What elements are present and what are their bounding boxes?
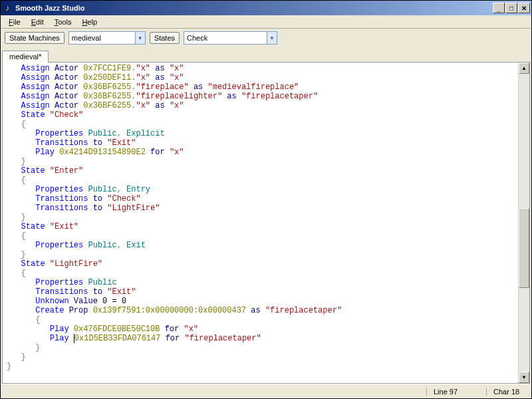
- minimize-button[interactable]: _: [493, 3, 505, 13]
- status-char: Char 18: [486, 388, 526, 396]
- tab-strip: medieval*: [1, 47, 531, 62]
- title-bar: ♪ Smooth Jazz Studio _ □ ✕: [1, 1, 531, 15]
- state-machines-combo[interactable]: ▼: [68, 31, 146, 45]
- scrollbar-track[interactable]: [519, 74, 529, 372]
- app-icon: ♪: [2, 3, 13, 13]
- menu-edit[interactable]: Edit: [26, 17, 49, 27]
- scroll-up-button[interactable]: ▲: [519, 63, 529, 74]
- toolbar: State Machines ▼ States ▼: [1, 29, 531, 47]
- scroll-down-button[interactable]: ▼: [519, 372, 529, 383]
- states-input[interactable]: [184, 31, 267, 45]
- menu-help[interactable]: Help: [76, 17, 102, 27]
- state-machines-button[interactable]: State Machines: [5, 32, 65, 44]
- code-editor[interactable]: Assign Actor 0x7FCC1FE9."x" as "x" Assig…: [3, 63, 518, 383]
- window-title: Smooth Jazz Studio: [15, 4, 492, 12]
- chevron-down-icon[interactable]: ▼: [135, 31, 146, 45]
- menu-file[interactable]: File: [3, 17, 26, 27]
- chevron-down-icon[interactable]: ▼: [267, 31, 277, 45]
- status-line: Line 97: [426, 388, 466, 396]
- tab-medieval[interactable]: medieval*: [2, 51, 49, 63]
- menu-tools[interactable]: Tools: [49, 17, 77, 27]
- vertical-scrollbar[interactable]: ▲ ▼: [518, 63, 529, 383]
- states-combo[interactable]: ▼: [184, 31, 277, 45]
- window-controls: _ □ ✕: [492, 3, 530, 13]
- states-button[interactable]: States: [150, 32, 180, 44]
- status-bar: Line 97 Char 18: [1, 384, 531, 398]
- editor-container: Assign Actor 0x7FCC1FE9."x" as "x" Assig…: [2, 62, 530, 384]
- menu-bar: File Edit Tools Help: [1, 15, 531, 29]
- maximize-button[interactable]: □: [505, 3, 517, 13]
- scrollbar-thumb[interactable]: [519, 208, 529, 288]
- close-button[interactable]: ✕: [518, 3, 530, 13]
- state-machines-input[interactable]: [68, 31, 135, 45]
